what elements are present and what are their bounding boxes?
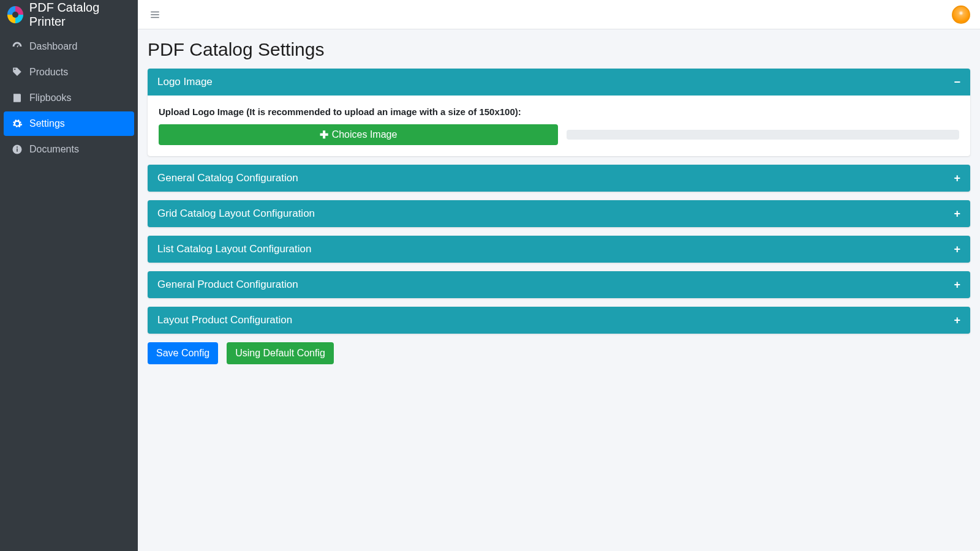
tag-icon (11, 66, 23, 78)
book-icon (11, 92, 23, 104)
upload-logo-label: Upload Logo Image (It is recommended to … (159, 107, 959, 117)
plus-icon: + (954, 279, 960, 290)
dashboard-icon (11, 40, 23, 53)
sidebar-item-flipbooks[interactable]: Flipbooks (4, 86, 134, 110)
plus-icon: + (954, 173, 960, 184)
upload-progress-bar (567, 130, 959, 140)
minus-icon: − (954, 77, 960, 88)
section-title: General Catalog Configuration (157, 172, 298, 184)
content: PDF Catalog Settings Logo Image − Upload… (138, 29, 980, 551)
layout-product-header[interactable]: Layout Product Configuration + (148, 307, 970, 334)
brand[interactable]: PDF Catalog Printer (0, 0, 138, 29)
sidebar-item-label: Flipbooks (29, 92, 71, 103)
logo-image-card: Logo Image − Upload Logo Image (It is re… (148, 69, 970, 156)
general-catalog-header[interactable]: General Catalog Configuration + (148, 165, 970, 192)
user-avatar[interactable] (952, 6, 970, 24)
sidebar-item-label: Settings (29, 118, 65, 129)
svg-rect-1 (17, 149, 18, 152)
section-title: General Product Configuration (157, 279, 298, 291)
info-icon (11, 143, 23, 156)
plus-icon: ✚ (320, 130, 328, 140)
grid-catalog-header[interactable]: Grid Catalog Layout Configuration + (148, 200, 970, 227)
sidebar-item-products[interactable]: Products (4, 60, 134, 84)
sidebar-item-dashboard[interactable]: Dashboard (4, 34, 134, 59)
svg-point-2 (17, 146, 18, 148)
brand-title: PDF Catalog Printer (29, 1, 130, 29)
brand-logo-icon (7, 6, 23, 23)
section-title: List Catalog Layout Configuration (157, 243, 311, 255)
logo-image-body: Upload Logo Image (It is recommended to … (148, 96, 970, 156)
general-product-header[interactable]: General Product Configuration + (148, 271, 970, 298)
gear-icon (11, 118, 23, 130)
action-row: Save Config Using Default Config (148, 342, 970, 364)
sidebar-item-label: Dashboard (29, 41, 77, 52)
sidebar-item-documents[interactable]: Documents (4, 137, 134, 162)
sidebar-nav: Dashboard Products Flipbooks Settings (0, 29, 138, 168)
plus-icon: + (954, 208, 960, 219)
plus-icon: + (954, 315, 960, 326)
sidebar-item-label: Documents (29, 144, 79, 155)
page-title: PDF Catalog Settings (148, 39, 970, 60)
sidebar: PDF Catalog Printer Dashboard Products F… (0, 0, 138, 551)
section-title: Layout Product Configuration (157, 314, 292, 326)
section-title: Logo Image (157, 76, 213, 88)
list-catalog-header[interactable]: List Catalog Layout Configuration + (148, 236, 970, 263)
topbar (138, 0, 980, 29)
hamburger-toggle[interactable] (148, 7, 162, 22)
logo-image-header[interactable]: Logo Image − (148, 69, 970, 96)
default-config-button[interactable]: Using Default Config (227, 342, 334, 364)
section-title: Grid Catalog Layout Configuration (157, 208, 315, 220)
save-config-button[interactable]: Save Config (148, 342, 218, 364)
choices-image-button[interactable]: ✚ Choices Image (159, 124, 558, 145)
upload-row: ✚ Choices Image (159, 124, 959, 145)
upload-button-label: Choices Image (332, 129, 398, 140)
sidebar-item-settings[interactable]: Settings (4, 111, 134, 136)
plus-icon: + (954, 244, 960, 255)
main: PDF Catalog Settings Logo Image − Upload… (138, 0, 980, 551)
sidebar-item-label: Products (29, 67, 68, 78)
